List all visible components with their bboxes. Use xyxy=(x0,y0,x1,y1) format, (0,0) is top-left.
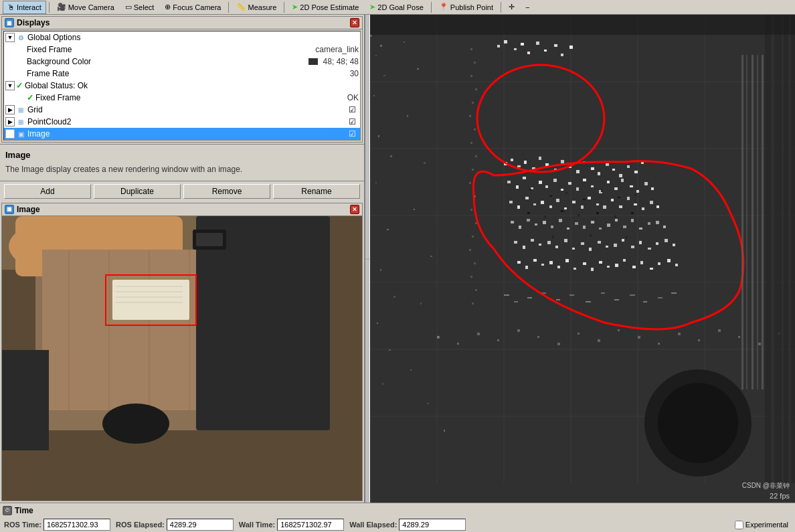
svg-rect-98 xyxy=(576,187,579,191)
svg-rect-34 xyxy=(370,35,372,37)
fixed-frame-status-label: Fixed Frame xyxy=(35,93,345,102)
remove-button[interactable]: Remove xyxy=(183,184,270,199)
svg-rect-193 xyxy=(601,190,603,192)
svg-rect-79 xyxy=(576,170,580,173)
svg-rect-222 xyxy=(671,292,677,294)
goal-pose-label: 2D Goal Pose xyxy=(377,3,423,11)
svg-rect-104 xyxy=(621,179,624,182)
svg-rect-50 xyxy=(407,115,408,117)
publish-point-label: Publish Point xyxy=(450,3,493,11)
grid-checkbox[interactable]: ☑ xyxy=(349,105,356,114)
svg-rect-160 xyxy=(606,246,608,248)
svg-rect-263 xyxy=(475,222,477,224)
svg-rect-212 xyxy=(527,297,532,298)
tree-row-grid[interactable]: ▶ ⊞ Grid ☑ xyxy=(4,104,360,116)
svg-rect-267 xyxy=(470,276,472,278)
tree-row-bg-color[interactable]: Background Color 48; 48; 48 xyxy=(4,56,360,68)
time-panel-icon: ⏱ xyxy=(3,506,12,515)
tree-row-fixed-frame[interactable]: Fixed Frame camera_link xyxy=(4,43,360,56)
svg-rect-183 xyxy=(632,266,636,268)
image-checkbox[interactable]: ☑ xyxy=(349,129,356,139)
point-cloud-canvas: 22 fps CSDN @非菜钟 xyxy=(370,15,795,503)
svg-rect-202 xyxy=(631,212,634,214)
interact-button[interactable]: 🖱 Interact xyxy=(3,1,46,14)
svg-rect-117 xyxy=(572,201,576,203)
svg-rect-125 xyxy=(634,203,637,205)
svg-rect-54 xyxy=(420,302,422,304)
svg-rect-106 xyxy=(636,190,639,193)
duplicate-button[interactable]: Duplicate xyxy=(94,184,181,199)
frame-rate-value: 30 xyxy=(350,69,359,78)
image-panel-close[interactable]: ✕ xyxy=(350,205,359,214)
plus-button[interactable]: ✛ xyxy=(504,1,519,14)
wall-time-section: Wall Time: 1682571302.97 xyxy=(239,519,344,531)
pointcloud2-label: PointCloud2 xyxy=(27,117,349,126)
bg-color-swatch[interactable] xyxy=(308,58,318,65)
experimental-label: Experimental xyxy=(745,521,788,529)
svg-rect-148 xyxy=(663,226,666,228)
add-button[interactable]: Add xyxy=(4,184,91,199)
svg-rect-37 xyxy=(373,95,375,96)
focus-camera-button[interactable]: ⊕ Focus Camera xyxy=(160,1,226,14)
svg-rect-203 xyxy=(534,232,537,234)
svg-rect-166 xyxy=(656,242,658,245)
svg-rect-264 xyxy=(472,236,474,238)
tree-row-global-options[interactable]: ▼ ⚙ Global Options xyxy=(4,31,360,43)
image-expand[interactable]: ▶ xyxy=(5,129,15,139)
svg-rect-182 xyxy=(623,259,626,262)
global-status-expand[interactable]: ▼ xyxy=(5,81,15,90)
global-options-expand[interactable]: ▼ xyxy=(5,33,15,42)
tree-row-image[interactable]: ▶ ▣ Image ☑ xyxy=(4,128,360,140)
goal-pose-button[interactable]: ➤ 2D Goal Pose xyxy=(365,1,428,14)
minus-button[interactable]: − xyxy=(521,1,534,14)
svg-rect-179 xyxy=(599,261,602,264)
svg-rect-257 xyxy=(470,142,472,144)
svg-rect-154 xyxy=(555,246,558,248)
svg-rect-147 xyxy=(656,221,659,224)
svg-rect-192 xyxy=(583,199,586,200)
svg-rect-201 xyxy=(614,215,616,218)
svg-rect-131 xyxy=(527,219,530,221)
svg-rect-68 xyxy=(569,46,573,49)
tree-row-frame-rate[interactable]: Frame Rate 30 xyxy=(4,68,360,80)
svg-rect-169 xyxy=(517,261,521,264)
svg-rect-100 xyxy=(591,185,594,187)
sep-2 xyxy=(228,2,229,13)
sep-4 xyxy=(431,2,432,13)
move-camera-button[interactable]: 🎥 Move Camera xyxy=(52,1,119,14)
pose-estimate-button[interactable]: ➤ 2D Pose Estimate xyxy=(287,1,363,14)
svg-rect-129 xyxy=(511,221,514,224)
svg-rect-82 xyxy=(598,172,600,175)
svg-rect-214 xyxy=(556,299,560,300)
svg-rect-176 xyxy=(573,268,576,270)
svg-rect-269 xyxy=(472,302,474,304)
displays-panel-close[interactable]: ✕ xyxy=(350,18,359,27)
prop-desc-text: The Image display creates a new renderin… xyxy=(5,164,359,175)
prop-desc-title: Image xyxy=(5,150,359,160)
rename-button[interactable]: Rename xyxy=(273,184,360,199)
tree-row-fixed-frame-ok[interactable]: ✓ Fixed Frame OK xyxy=(4,92,360,104)
svg-rect-157 xyxy=(581,242,584,245)
svg-rect-57 xyxy=(427,403,429,404)
right-panel-3d[interactable]: 22 fps CSDN @非菜钟 xyxy=(370,15,795,503)
svg-rect-61 xyxy=(514,48,517,50)
svg-rect-256 xyxy=(474,128,476,130)
vertical-divider[interactable]: ⋮ xyxy=(365,15,370,503)
publish-point-button[interactable]: 📍 Publish Point xyxy=(434,1,498,14)
time-panel-title: Time xyxy=(15,506,33,515)
experimental-checkbox[interactable] xyxy=(735,521,743,529)
tree-row-pointcloud2[interactable]: ▶ ⊞ PointCloud2 ☑ xyxy=(4,116,360,128)
pointcloud2-expand[interactable]: ▶ xyxy=(5,117,15,126)
svg-rect-143 xyxy=(623,226,626,228)
svg-rect-273 xyxy=(757,55,758,389)
left-panel: ▦ Displays ✕ ▼ ⚙ Global Options Fixed Fr… xyxy=(0,15,365,503)
measure-button[interactable]: 📏 Measure xyxy=(232,1,281,14)
grid-expand[interactable]: ▶ xyxy=(5,105,15,114)
svg-rect-186 xyxy=(658,262,660,265)
svg-rect-156 xyxy=(572,248,575,250)
global-status-label: Global Status: Ok xyxy=(25,81,359,90)
tree-row-global-status[interactable]: ▼ ✓ Global Status: Ok xyxy=(4,80,360,92)
measure-icon: 📏 xyxy=(236,3,246,11)
select-button[interactable]: ▭ Select xyxy=(120,1,159,14)
pointcloud2-checkbox[interactable]: ☑ xyxy=(349,117,356,126)
